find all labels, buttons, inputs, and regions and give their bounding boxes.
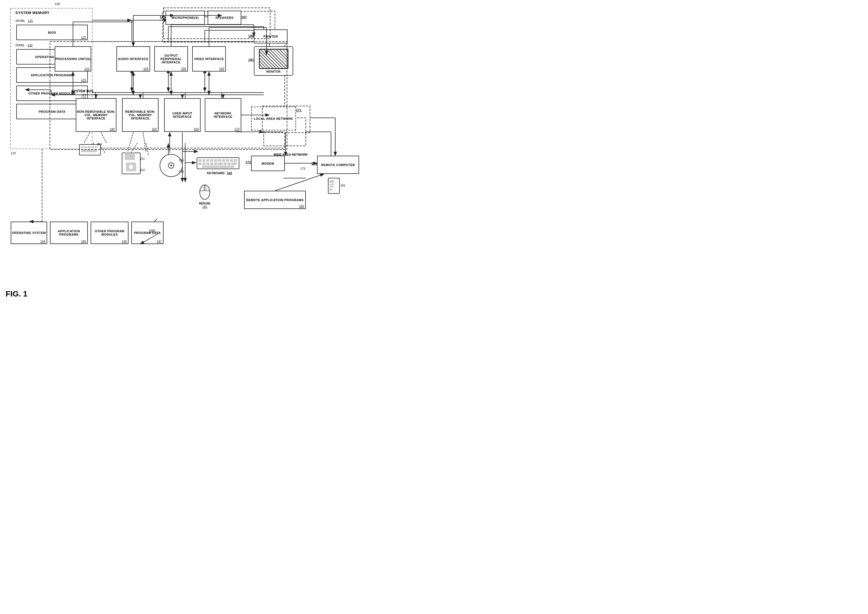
monitor-screen (259, 49, 288, 69)
svg-point-87 (129, 164, 133, 169)
diagram: SYSTEM MEMORY 130 (ROM) 131 BIOS 133 (RA… (0, 0, 434, 307)
svg-rect-74 (330, 184, 334, 185)
hard-disk-icon: 141 (78, 143, 103, 160)
printer-box: PRINTER 196 (254, 29, 288, 43)
svg-rect-64 (223, 163, 226, 165)
modem-box: MODEM 172 (251, 156, 285, 171)
svg-rect-75 (330, 186, 334, 188)
svg-rect-61 (211, 163, 213, 165)
ref-181: 181 (340, 184, 346, 187)
ref-156: 156 (179, 170, 184, 173)
output-peripheral-interface-box: OUTPUT PERIPHERAL INTERFACE 195 (154, 46, 188, 71)
keyboard-area: KEYBOARD 162 (196, 157, 243, 174)
monitor-box: MONITOR 191 (254, 46, 293, 76)
svg-rect-48 (198, 159, 202, 161)
user-input-interface-box: USER INPUT INTERFACE 160 (164, 98, 201, 132)
svg-rect-65 (228, 163, 230, 165)
lan-box: LOCAL AREA NETWORK 171 (251, 107, 296, 130)
svg-point-90 (170, 164, 172, 166)
system-bus-label: SYSTEM BUS (71, 89, 93, 93)
video-interface-box: VIDEO INTERFACE 190 (192, 46, 226, 71)
other-modules-bottom-box: OTHER PROGRAM MODULES 146 (91, 222, 129, 244)
svg-rect-79 (85, 146, 87, 148)
svg-rect-52 (214, 159, 217, 161)
remote-app-programs-box: REMOTE APPLICATION PROGRAMS 185 (244, 191, 306, 209)
remote-computer-tower: 181 (327, 177, 348, 197)
svg-rect-83 (81, 150, 97, 152)
mouse-ref: 161 (194, 205, 216, 208)
svg-line-136 (275, 174, 324, 191)
ref-155: 155 (179, 158, 184, 162)
fig-label: FIG. 1 (6, 290, 28, 298)
processing-units-box: PROCESSING UNIT(S) 120 (55, 46, 91, 71)
system-memory-label: SYSTEM MEMORY (16, 11, 50, 15)
ref-110: 110 (11, 152, 16, 155)
svg-rect-53 (218, 159, 221, 161)
svg-rect-58 (198, 163, 202, 165)
svg-rect-62 (214, 163, 217, 165)
program-data-bottom-box: PROGRAM DATA 147 (131, 222, 164, 244)
os-bottom-box: OPERATING SYSTEM 144 (11, 222, 47, 244)
keyboard-icon (196, 157, 240, 170)
disc-icon: 156 155 (158, 153, 184, 179)
mouse-area: MOUSE 161 (194, 181, 216, 206)
ref-141: 141 (97, 143, 102, 146)
svg-rect-55 (226, 159, 229, 161)
svg-rect-81 (91, 146, 94, 148)
ref-100: 100 (149, 229, 155, 233)
svg-rect-51 (211, 159, 213, 161)
mouse-label: MOUSE (194, 202, 216, 205)
ref-130: 130 (55, 2, 60, 6)
svg-rect-78 (81, 146, 84, 148)
keyboard-label: KEYBOARD 162 (196, 171, 243, 175)
svg-line-107 (101, 132, 107, 143)
microphones-box: MICROPHONE(S) 198 (166, 11, 205, 25)
svg-line-18 (146, 143, 149, 156)
app-programs-bottom-box: APPLICATION PROGRAMS 145 (50, 222, 88, 244)
removable-nonvol-box: REMOVABLE NON-VOL. MEMORY INTERFACE 150 (122, 98, 158, 132)
rom-label: (ROM) 131 (16, 19, 33, 22)
svg-rect-67 (202, 166, 234, 168)
ref-121: 121 (81, 93, 87, 97)
svg-rect-49 (203, 159, 205, 161)
ref-152: 152 (140, 168, 145, 172)
mouse-icon (198, 181, 212, 200)
svg-rect-85 (125, 153, 135, 160)
ref-151: 151 (140, 157, 145, 160)
svg-rect-66 (231, 163, 237, 165)
svg-rect-80 (88, 146, 90, 148)
svg-rect-63 (218, 163, 222, 165)
svg-rect-56 (230, 159, 233, 161)
floppy-icon: 152 151 (121, 152, 143, 178)
non-removable-box: NON-REMOVABLE NON-VOL. MEMORY INTERFACE … (76, 98, 116, 132)
svg-rect-57 (234, 159, 237, 161)
svg-rect-54 (222, 159, 225, 161)
disc-icon-svg (158, 153, 184, 178)
svg-line-108 (128, 132, 133, 152)
svg-line-109 (143, 132, 146, 152)
svg-rect-73 (330, 180, 334, 183)
ram-label: (RAM) 132 (16, 43, 33, 47)
svg-rect-59 (203, 163, 205, 165)
svg-rect-76 (330, 189, 332, 191)
ref-173: 173 (300, 167, 305, 170)
speakers-box: SPEAKERS 197 (208, 11, 241, 25)
svg-rect-50 (206, 159, 209, 161)
audio-interface-box: AUDIO INTERFACE 199 (116, 46, 150, 71)
floppy-icon-svg (121, 152, 143, 177)
svg-rect-82 (95, 146, 97, 148)
network-interface-box: NETWORK INTERFACE 170 (205, 98, 241, 132)
remote-computer-box: REMOTE COMPUTER 180 (317, 156, 359, 174)
svg-rect-60 (206, 163, 209, 165)
bios-box: BIOS 133 (16, 25, 88, 40)
